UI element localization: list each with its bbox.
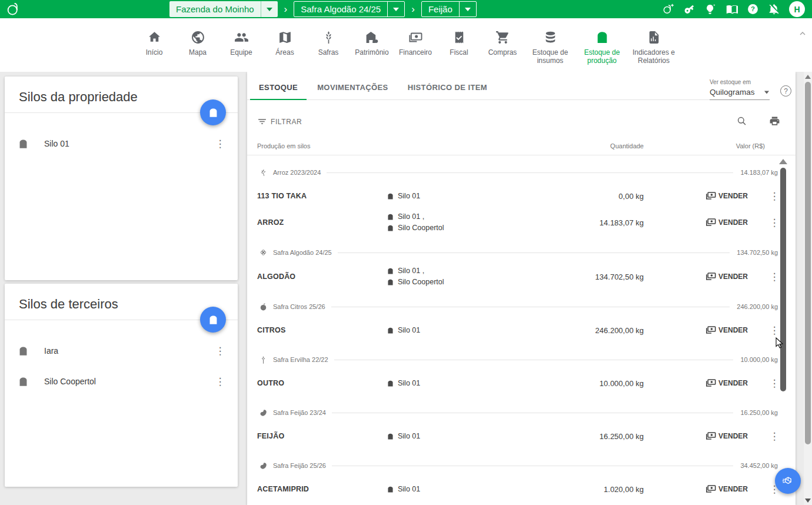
chevron-down-icon [764, 91, 769, 94]
more-options-icon[interactable]: ⋮ [768, 378, 780, 388]
sell-button[interactable]: VENDER [697, 324, 760, 336]
add-silo-button[interactable] [200, 99, 226, 125]
add-account-icon[interactable] [662, 3, 674, 15]
group-header: Safra Ervilha 22/2210.000,00 kg [247, 349, 796, 370]
silo-list-item[interactable]: Iara⋮ [5, 335, 238, 366]
silo-icon [387, 327, 394, 334]
silo-list-item[interactable]: Silo 01⋮ [5, 128, 238, 159]
more-options-icon[interactable]: ⋮ [768, 431, 780, 441]
sell-icon [705, 217, 717, 228]
stock-actions-fab[interactable] [775, 468, 801, 494]
stock-table-body: Arroz 2023/202414.183,07 kg113 TIO TAKAS… [247, 156, 796, 505]
unit-select[interactable]: Ver estoque em Quilogramas [710, 79, 770, 100]
user-avatar[interactable]: H [789, 1, 805, 17]
silos-terceiros-card: Silos de terceiros Iara⋮Silo Coopertol⋮ [5, 284, 238, 487]
farm-select[interactable]: Fazenda do Moinho [169, 1, 278, 17]
cart-icon [495, 30, 510, 45]
scroll-up-arrow[interactable] [805, 75, 811, 79]
more-options-icon[interactable]: ⋮ [768, 272, 780, 282]
sell-button[interactable]: VENDER [697, 190, 760, 202]
crop-select[interactable]: Feijão [421, 1, 477, 17]
tab-estoque[interactable]: ESTOQUE [259, 83, 298, 99]
nav-item-safras[interactable]: Safras [307, 30, 350, 65]
sell-button[interactable]: VENDER [697, 377, 760, 389]
more-options-icon[interactable]: ⋮ [768, 218, 780, 228]
page-scroll-thumb[interactable] [805, 82, 811, 444]
card-header: Silos de terceiros [5, 284, 238, 320]
nav-item-estoque-producao[interactable]: Estoque de produção [576, 30, 628, 65]
nav-item-mapa[interactable]: Mapa [176, 30, 219, 65]
silo-ref: Silo 01 [398, 325, 420, 336]
nav-item-inicio[interactable]: Início [132, 30, 176, 65]
product-name: CITROS [257, 326, 387, 334]
table-scroll-up-arrow[interactable] [779, 159, 787, 164]
tab-movimenta-es[interactable]: MOVIMENTAÇÕES [317, 83, 388, 99]
rice-icon [259, 168, 268, 177]
nav-item-indicadores-relatorios[interactable]: Indicadores e Relatórios [628, 30, 680, 65]
divider [332, 413, 733, 413]
more-options-icon[interactable]: ⋮ [214, 346, 226, 356]
print-icon[interactable] [769, 115, 780, 127]
silo-ref: Silo Coopertol [398, 222, 444, 234]
nav-item-areas[interactable]: Áreas [263, 30, 307, 65]
nav-item-label: Equipe [230, 49, 252, 57]
table-row: 113 TIO TAKASilo 010,00 kgVENDER⋮ [247, 183, 796, 209]
nav-item-label: Financeiro [399, 49, 432, 57]
nav-item-financeiro[interactable]: Financeiro [394, 30, 437, 65]
nav-item-fiscal[interactable]: Fiscal [437, 30, 481, 65]
chevron-down-icon[interactable] [388, 2, 404, 16]
breadcrumb: Fazenda do Moinho › Safra Algodão 24/25 … [169, 0, 477, 18]
divider [334, 360, 734, 360]
nav-item-label: Início [146, 49, 163, 57]
sell-button[interactable]: VENDER [697, 271, 760, 283]
sell-button-label: VENDER [718, 379, 748, 387]
group-name: Safra Algodão 24/25 [273, 249, 332, 256]
silo-icon [208, 107, 219, 118]
nav-item-label: Mapa [189, 49, 207, 57]
tab-hist-rico-de-item[interactable]: HISTÓRICO DE ITEM [408, 83, 487, 99]
table-row: ALGODÃOSilo 01 ,Silo Coopertol134.702,50… [247, 263, 796, 290]
table-scrollbar[interactable] [780, 168, 786, 391]
nav-item-label: Fiscal [450, 49, 468, 57]
nav-item-equipe[interactable]: Equipe [219, 30, 263, 65]
more-options-icon[interactable]: ⋮ [768, 325, 780, 335]
panel-help-icon[interactable]: ? [780, 85, 791, 97]
more-options-icon[interactable]: ⋮ [768, 191, 780, 201]
sell-button[interactable]: VENDER [697, 483, 760, 495]
collapse-nav-icon[interactable] [798, 29, 807, 38]
group-header: Safra Algodão 24/25134.702,50 kg [247, 242, 796, 263]
nav-item-compras[interactable]: Compras [481, 30, 524, 65]
silo-list-item[interactable]: Silo Coopertol⋮ [5, 366, 238, 397]
silo-icon [387, 380, 394, 387]
knowledge-book-icon[interactable] [726, 3, 738, 15]
page-scrollbar[interactable] [804, 72, 812, 505]
search-icon[interactable] [736, 115, 747, 127]
divider [331, 307, 730, 307]
silo-ref: Silo 01 , [398, 211, 424, 222]
group-total: 10.000,00 kg [740, 356, 778, 363]
filter-button[interactable]: FILTRAR [257, 117, 302, 127]
season-select[interactable]: Safra Algodão 24/25 [294, 1, 405, 17]
breadcrumb-separator: › [411, 1, 415, 17]
more-options-icon[interactable]: ⋮ [214, 139, 226, 149]
notifications-off-icon[interactable] [768, 3, 780, 15]
chevron-down-icon[interactable] [460, 2, 476, 16]
season-select-label: Safra Algodão 24/25 [294, 2, 387, 16]
nav-item-patrimonio[interactable]: Patrimônio [350, 30, 394, 65]
add-third-party-silo-button[interactable] [200, 307, 226, 333]
sell-button-label: VENDER [718, 485, 748, 493]
key-icon[interactable] [683, 3, 695, 15]
nav-item-estoque-insumos[interactable]: Estoque de insumos [524, 30, 576, 65]
globe-icon [191, 30, 205, 45]
group-header: Safra Feijão 23/2416.250,00 kg [247, 402, 796, 423]
product-quantity: 246.200,00 kg [547, 326, 644, 335]
help-icon[interactable]: ? [747, 3, 759, 15]
more-options-icon[interactable]: ⋮ [214, 377, 226, 387]
sell-button[interactable]: VENDER [697, 430, 760, 442]
scroll-down-arrow[interactable] [805, 499, 811, 503]
sell-button[interactable]: VENDER [697, 217, 760, 228]
table-row: CITROSSilo 01246.200,00 kgVENDER⋮ [247, 317, 796, 343]
silo-icon [18, 138, 29, 149]
chevron-down-icon[interactable] [261, 1, 278, 17]
idea-bulb-icon[interactable] [704, 3, 717, 15]
